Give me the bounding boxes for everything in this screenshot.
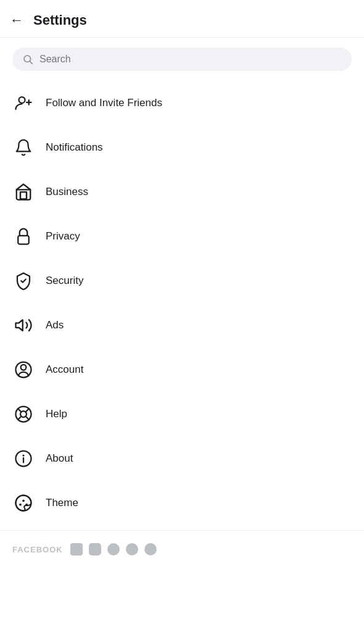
svg-line-16 [26, 417, 29, 420]
svg-point-24 [22, 499, 25, 502]
search-icon [22, 54, 33, 65]
footer-brand: FACEBOOK [12, 545, 63, 554]
footer: FACEBOOK [0, 530, 364, 562]
svg-point-23 [19, 504, 22, 506]
info-circle-icon [12, 447, 35, 470]
menu-item-business[interactable]: Business [0, 170, 364, 214]
menu-item-account[interactable]: Account [0, 347, 364, 392]
svg-point-2 [19, 97, 25, 103]
menu-item-privacy[interactable]: Privacy [0, 214, 364, 259]
back-button[interactable]: ← [10, 10, 28, 31]
messenger-icon [126, 543, 138, 555]
menu-label-help: Help [46, 408, 67, 420]
menu-item-ads[interactable]: Ads [0, 303, 364, 347]
page-title: Settings [33, 12, 87, 28]
instagram-icon [89, 543, 101, 555]
settings-menu: Follow and Invite Friends Notifications … [0, 76, 364, 530]
palette-icon [12, 492, 35, 514]
search-input[interactable] [39, 54, 342, 65]
account-circle-icon [12, 359, 35, 381]
megaphone-icon [12, 314, 35, 336]
header: ← Settings [0, 0, 364, 38]
svg-line-15 [18, 409, 21, 412]
svg-line-18 [18, 417, 21, 420]
back-arrow-icon: ← [10, 12, 23, 28]
menu-item-security[interactable]: Security [0, 259, 364, 303]
menu-item-notifications[interactable]: Notifications [0, 125, 364, 170]
menu-label-business: Business [46, 186, 88, 198]
menu-item-follow-invite[interactable]: Follow and Invite Friends [0, 81, 364, 125]
lifebuoy-icon [12, 403, 35, 425]
menu-label-account: Account [46, 364, 83, 376]
svg-rect-5 [20, 192, 27, 199]
search-container [0, 38, 364, 76]
menu-label-ads: Ads [46, 319, 64, 331]
svg-marker-10 [16, 320, 23, 331]
menu-label-privacy: Privacy [46, 230, 80, 243]
menu-item-theme[interactable]: Theme [0, 481, 364, 525]
menu-item-about[interactable]: About [0, 436, 364, 481]
bell-icon [12, 136, 35, 159]
other-icon [144, 543, 157, 555]
shield-check-icon [12, 270, 35, 292]
person-add-icon [12, 92, 35, 114]
search-box[interactable] [12, 48, 352, 71]
menu-label-security: Security [46, 275, 83, 287]
menu-item-help[interactable]: Help [0, 392, 364, 436]
svg-rect-9 [18, 236, 29, 244]
whatsapp-icon [107, 543, 120, 555]
menu-label-theme: Theme [46, 497, 78, 509]
svg-line-1 [30, 61, 32, 64]
store-icon [12, 181, 35, 203]
footer-social-icons [70, 543, 157, 555]
menu-label-follow-invite: Follow and Invite Friends [46, 97, 162, 109]
svg-line-17 [26, 409, 29, 412]
lock-icon [12, 225, 35, 247]
menu-label-about: About [46, 452, 73, 465]
svg-point-12 [21, 365, 27, 370]
menu-label-notifications: Notifications [46, 141, 103, 154]
facebook-icon [70, 543, 83, 555]
